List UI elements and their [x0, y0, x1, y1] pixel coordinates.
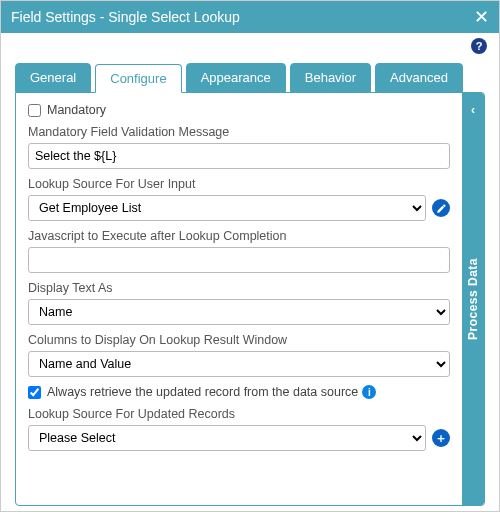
always-retrieve-label: Always retrieve the updated record from …: [47, 385, 376, 399]
settings-dialog: Field Settings - Single Select Lookup ✕ …: [0, 0, 500, 512]
js-after-lookup-label: Javascript to Execute after Lookup Compl…: [28, 229, 450, 243]
tabs: General Configure Appearance Behavior Ad…: [1, 63, 499, 92]
edit-lookup-icon[interactable]: [432, 199, 450, 217]
tab-configure[interactable]: Configure: [95, 64, 181, 93]
display-text-as-select[interactable]: Name: [28, 299, 450, 325]
help-bar: ?: [1, 33, 499, 59]
process-data-rail[interactable]: ‹ Process Data: [462, 93, 484, 505]
columns-display-label: Columns to Display On Lookup Result Wind…: [28, 333, 450, 347]
tab-appearance[interactable]: Appearance: [186, 63, 286, 92]
always-retrieve-checkbox[interactable]: [28, 386, 41, 399]
tab-general[interactable]: General: [15, 63, 91, 92]
validation-msg-input[interactable]: [28, 143, 450, 169]
mandatory-row: Mandatory: [28, 103, 450, 117]
chevron-left-icon: ‹: [462, 103, 484, 117]
display-text-as-label: Display Text As: [28, 281, 450, 295]
lookup-source-user-label: Lookup Source For User Input: [28, 177, 450, 191]
close-icon[interactable]: ✕: [474, 6, 489, 28]
help-icon[interactable]: ?: [471, 38, 487, 54]
always-retrieve-row: Always retrieve the updated record from …: [28, 385, 450, 399]
lookup-source-user-select[interactable]: Get Employee List: [28, 195, 426, 221]
tab-advanced[interactable]: Advanced: [375, 63, 463, 92]
columns-display-select[interactable]: Name and Value: [28, 351, 450, 377]
mandatory-checkbox[interactable]: [28, 104, 41, 117]
panel-body: Mandatory Mandatory Field Validation Mes…: [16, 93, 462, 505]
titlebar: Field Settings - Single Select Lookup ✕: [1, 1, 499, 33]
panel: Mandatory Mandatory Field Validation Mes…: [15, 92, 485, 506]
validation-msg-label: Mandatory Field Validation Message: [28, 125, 450, 139]
js-after-lookup-input[interactable]: [28, 247, 450, 273]
lookup-source-updated-select[interactable]: Please Select: [28, 425, 426, 451]
process-data-label: Process Data: [466, 258, 480, 340]
lookup-source-updated-label: Lookup Source For Updated Records: [28, 407, 450, 421]
dialog-title: Field Settings - Single Select Lookup: [11, 9, 240, 25]
info-icon[interactable]: i: [362, 385, 376, 399]
add-lookup-icon[interactable]: ＋: [432, 429, 450, 447]
tab-behavior[interactable]: Behavior: [290, 63, 371, 92]
mandatory-label: Mandatory: [47, 103, 106, 117]
